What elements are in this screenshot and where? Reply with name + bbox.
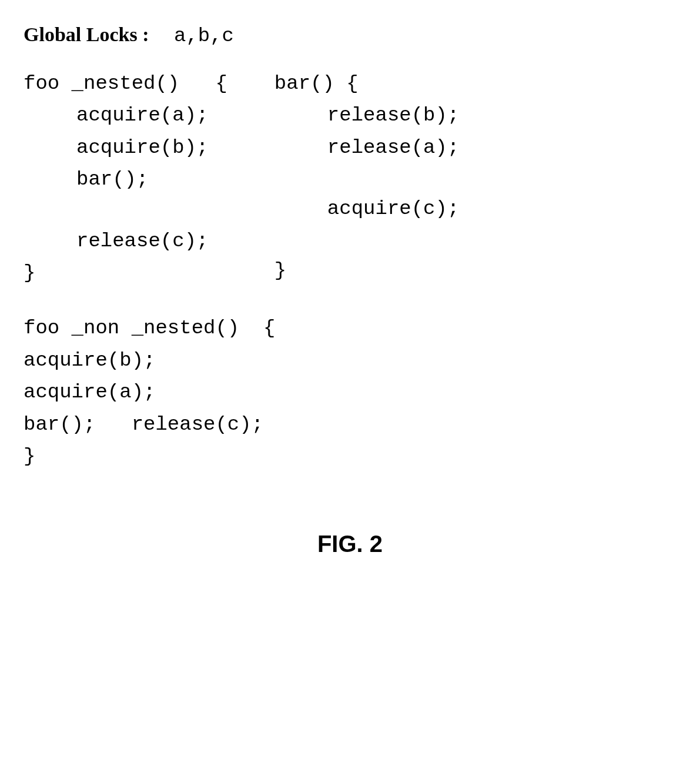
foo-nested-close: } — [24, 257, 227, 289]
foo-non-nested-line3: bar(); release(c); — [24, 409, 676, 440]
bar-line2: release(a); — [274, 132, 459, 163]
figure-caption: FIG. 2 — [24, 531, 676, 557]
bar-block: bar() { release(b); release(a); acquire(… — [274, 68, 459, 289]
foo-non-nested-line2: acquire(a); — [24, 376, 676, 408]
foo-nested-line4: release(c); — [24, 225, 227, 257]
foo-nested-line3: bar(); — [24, 163, 227, 195]
foo-nested-sig: foo _nested() { — [24, 68, 227, 99]
global-locks-value: a,b,c — [174, 25, 234, 47]
foo-nested-line1: acquire(a); — [24, 99, 227, 131]
foo-non-nested-line1: acquire(b); — [24, 344, 676, 376]
global-locks-label: Global Locks : — [24, 24, 149, 45]
code-columns: foo _nested() { acquire(a); acquire(b); … — [24, 68, 676, 289]
global-locks-header: Global Locks : a,b,c — [24, 24, 676, 47]
foo-non-nested-close: } — [24, 440, 676, 472]
bar-close: } — [274, 255, 459, 286]
bar-sig: bar() { — [274, 68, 459, 99]
foo-non-nested-sig: foo _non _nested() { — [24, 312, 676, 344]
bar-line1: release(b); — [274, 99, 459, 131]
foo-nested-line2: acquire(b); — [24, 132, 227, 163]
bar-line3: acquire(c); — [274, 193, 459, 225]
foo-nested-block: foo _nested() { acquire(a); acquire(b); … — [24, 68, 227, 289]
foo-non-nested-block: foo _non _nested() { acquire(b); acquire… — [24, 312, 676, 472]
